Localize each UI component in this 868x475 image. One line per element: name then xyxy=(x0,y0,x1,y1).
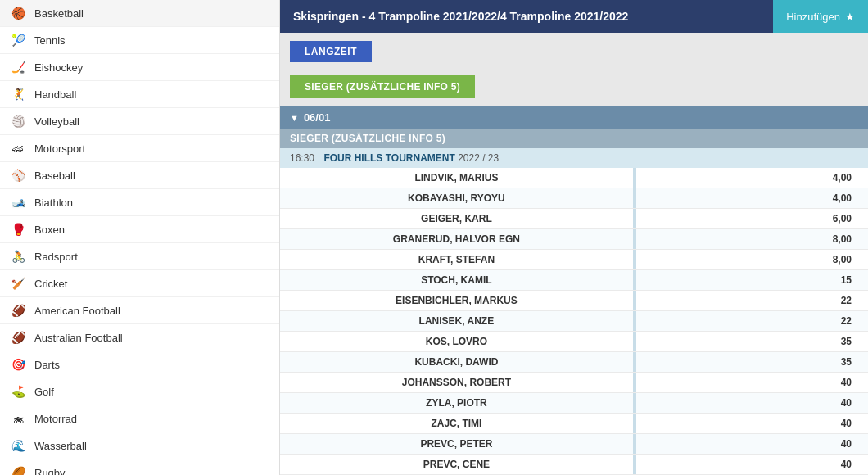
sidebar-item-radsport[interactable]: 🚴Radsport xyxy=(0,243,279,270)
cricket-icon: 🏏 xyxy=(10,277,26,290)
radsport-icon: 🚴 xyxy=(10,250,26,263)
sidebar-item-darts[interactable]: 🎯Darts xyxy=(0,351,279,378)
sidebar-item-label-volleyball: Volleyball xyxy=(34,115,79,128)
collapse-arrow-icon: ▼ xyxy=(290,113,299,123)
odds-value[interactable]: 22 xyxy=(636,311,868,332)
sidebar: 🏀Basketball🎾Tennis🏒Eishockey🤾Handball🏐Vo… xyxy=(0,0,280,475)
boxen-icon: 🥊 xyxy=(10,223,26,236)
odds-value[interactable]: 6,00 xyxy=(636,209,868,229)
sidebar-item-label-handball: Handball xyxy=(34,88,76,101)
player-name: LANISEK, ANZE xyxy=(280,311,633,332)
player-name: JOHANSSON, ROBERT xyxy=(280,373,633,393)
sidebar-item-baseball[interactable]: ⚾Baseball xyxy=(0,162,279,189)
odds-value[interactable]: 40 xyxy=(636,455,868,475)
rugby-icon: 🏉 xyxy=(10,466,26,475)
eishockey-icon: 🏒 xyxy=(10,61,26,74)
sidebar-item-golf[interactable]: ⛳Golf xyxy=(0,378,279,405)
odds-value[interactable]: 8,00 xyxy=(636,229,868,250)
page-title: Skispringen - 4 Trampoline 2021/2022/4 T… xyxy=(280,10,773,23)
golf-icon: ⛳ xyxy=(10,385,26,398)
match-time: 16:30 xyxy=(290,152,314,164)
sidebar-item-label-australian-football: Australian Football xyxy=(34,332,123,344)
table-row: STOCH, KAMIL15 xyxy=(280,270,868,291)
sidebar-item-label-golf: Golf xyxy=(34,386,54,398)
sidebar-item-australian-football[interactable]: 🏈Australian Football xyxy=(0,324,279,351)
player-name: PREVC, PETER xyxy=(280,434,633,455)
odds-value[interactable]: 15 xyxy=(636,270,868,291)
sidebar-item-motorrad[interactable]: 🏍Motorrad xyxy=(0,405,279,432)
player-name: GRANERUD, HALVOR EGN xyxy=(280,229,633,250)
odds-table: LINDVIK, MARIUS4,00KOBAYASHI, RYOYU4,00G… xyxy=(280,168,868,475)
sieger-button[interactable]: SIEGER (ZUSÄTZLICHE INFO 5) xyxy=(290,75,475,98)
sidebar-item-label-motorsport: Motorsport xyxy=(34,142,85,155)
table-row: LANISEK, ANZE22 xyxy=(280,311,868,332)
wasserball-icon: 🌊 xyxy=(10,439,26,452)
main-header: Skispringen - 4 Trampoline 2021/2022/4 T… xyxy=(280,0,868,33)
player-name: ZAJC, TIMI xyxy=(280,414,633,434)
sidebar-item-label-radsport: Radsport xyxy=(34,251,78,263)
match-name: FOUR HILLS TOURNAMENT xyxy=(323,152,458,164)
odds-value[interactable]: 8,00 xyxy=(636,250,868,270)
table-row: PREVC, CENE40 xyxy=(280,455,868,475)
sidebar-item-label-basketball: Basketball xyxy=(34,7,84,20)
match-row: 16:30 FOUR HILLS TOURNAMENT 2022 / 23 xyxy=(280,148,868,168)
table-row: EISENBICHLER, MARKUS22 xyxy=(280,291,868,311)
sidebar-item-label-tennis: Tennis xyxy=(34,34,66,47)
table-row: LINDVIK, MARIUS4,00 xyxy=(280,168,868,188)
player-name: ZYLA, PIOTR xyxy=(280,393,633,414)
sidebar-item-biathlon[interactable]: 🎿Biathlon xyxy=(0,189,279,216)
player-name: EISENBICHLER, MARKUS xyxy=(280,291,633,311)
table-row: JOHANSSON, ROBERT40 xyxy=(280,373,868,393)
sidebar-item-volleyball[interactable]: 🏐Volleyball xyxy=(0,108,279,135)
player-name: STOCH, KAMIL xyxy=(280,270,633,291)
player-name: KOS, LOVRO xyxy=(280,332,633,352)
date-section-header: ▼ 06/01 xyxy=(280,106,868,129)
sidebar-item-wasserball[interactable]: 🌊Wasserball xyxy=(0,432,279,459)
baseball-icon: ⚾ xyxy=(10,169,26,182)
main-content: Skispringen - 4 Trampoline 2021/2022/4 T… xyxy=(280,0,868,475)
motorsport-icon: 🏎 xyxy=(10,142,26,155)
basketball-icon: 🏀 xyxy=(10,7,26,20)
langzeit-button[interactable]: LANGZEIT xyxy=(290,41,372,62)
odds-value[interactable]: 35 xyxy=(636,332,868,352)
odds-value[interactable]: 40 xyxy=(636,393,868,414)
odds-value[interactable]: 40 xyxy=(636,434,868,455)
odds-value[interactable]: 4,00 xyxy=(636,188,868,209)
darts-icon: 🎯 xyxy=(10,358,26,371)
hinzufugen-button[interactable]: Hinzufügen ★ xyxy=(773,0,868,33)
sidebar-item-american-football[interactable]: 🏈American Football xyxy=(0,297,279,324)
sidebar-item-cricket[interactable]: 🏏Cricket xyxy=(0,270,279,297)
sidebar-item-label-american-football: American Football xyxy=(34,305,120,317)
player-name: KUBACKI, DAWID xyxy=(280,352,633,373)
volleyball-icon: 🏐 xyxy=(10,115,26,128)
sidebar-item-label-motorrad: Motorrad xyxy=(34,413,77,425)
handball-icon: 🤾 xyxy=(10,88,26,101)
player-name: KRAFT, STEFAN xyxy=(280,250,633,270)
sidebar-item-label-rugby: Rugby xyxy=(34,467,66,476)
sidebar-item-boxen[interactable]: 🥊Boxen xyxy=(0,216,279,243)
table-row: GRANERUD, HALVOR EGN8,00 xyxy=(280,229,868,250)
sidebar-item-label-boxen: Boxen xyxy=(34,224,65,236)
odds-value[interactable]: 40 xyxy=(636,373,868,393)
odds-value[interactable]: 22 xyxy=(636,291,868,311)
motorrad-icon: 🏍 xyxy=(10,412,26,425)
green-bar: SIEGER (ZUSÄTZLICHE INFO 5) xyxy=(280,70,868,106)
odds-value[interactable]: 40 xyxy=(636,414,868,434)
odds-value[interactable]: 35 xyxy=(636,352,868,373)
sidebar-item-eishockey[interactable]: 🏒Eishockey xyxy=(0,54,279,81)
australian-football-icon: 🏈 xyxy=(10,331,26,344)
table-row: KOBAYASHI, RYOYU4,00 xyxy=(280,188,868,209)
sidebar-item-handball[interactable]: 🤾Handball xyxy=(0,81,279,108)
sidebar-item-label-darts: Darts xyxy=(34,359,60,371)
sidebar-item-label-eishockey: Eishockey xyxy=(34,61,83,74)
sidebar-item-motorsport[interactable]: 🏎Motorsport xyxy=(0,135,279,162)
sidebar-item-basketball[interactable]: 🏀Basketball xyxy=(0,0,279,27)
sidebar-item-rugby[interactable]: 🏉Rugby xyxy=(0,459,279,475)
sidebar-item-tennis[interactable]: 🎾Tennis xyxy=(0,27,279,54)
table-row: ZYLA, PIOTR40 xyxy=(280,393,868,414)
table-row: KUBACKI, DAWID35 xyxy=(280,352,868,373)
odds-value[interactable]: 4,00 xyxy=(636,168,868,188)
star-icon: ★ xyxy=(845,11,855,23)
sidebar-item-label-wasserball: Wasserball xyxy=(34,440,87,452)
player-name: PREVC, CENE xyxy=(280,455,633,475)
